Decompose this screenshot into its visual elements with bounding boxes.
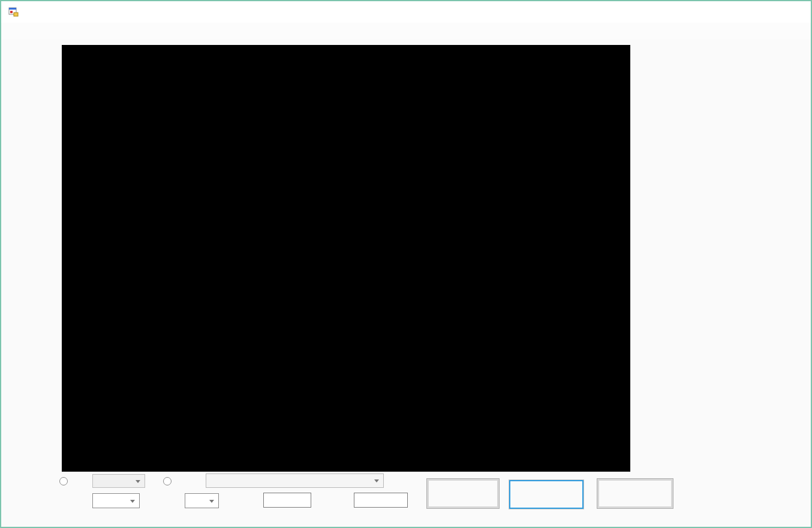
start-scan-button[interactable] <box>509 480 584 509</box>
chevron-down-icon <box>209 500 214 503</box>
usbtmc-radio[interactable] <box>163 477 172 485</box>
menu-bar <box>1 23 811 40</box>
app-window <box>0 0 812 528</box>
plot-panel <box>62 45 630 472</box>
serial-port-select[interactable] <box>92 474 145 488</box>
admittance-chart <box>120 286 273 436</box>
start-freq-input[interactable] <box>263 493 311 508</box>
close-button[interactable] <box>782 1 811 23</box>
maximize-button[interactable] <box>753 1 782 23</box>
impedance-chart <box>120 79 591 237</box>
coord-system-select[interactable] <box>92 493 140 508</box>
chevron-down-icon <box>130 500 135 503</box>
window-controls <box>724 1 811 23</box>
sweep-points-select[interactable] <box>185 493 219 508</box>
chevron-down-icon <box>136 480 140 483</box>
apply-settings-button[interactable] <box>427 479 499 508</box>
usbtmc-resource-select[interactable] <box>206 473 384 488</box>
app-icon <box>8 7 19 17</box>
minimize-button[interactable] <box>724 1 753 23</box>
title-bar <box>1 1 811 23</box>
stop-freq-input[interactable] <box>354 493 408 508</box>
clear-button[interactable] <box>597 479 673 508</box>
sample-fields <box>639 421 812 478</box>
results-panel <box>639 48 812 422</box>
chevron-down-icon <box>374 479 379 482</box>
serial-radio[interactable] <box>59 477 68 485</box>
